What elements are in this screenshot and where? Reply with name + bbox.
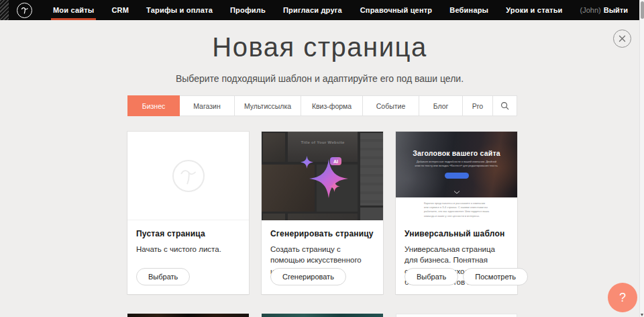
card-description: Начать с чистого листа.	[136, 244, 240, 255]
tab-label: Событие	[376, 102, 406, 110]
template-cards-row: Пустая страница Начать с чистого листа. …	[127, 132, 517, 294]
nav-label: CRM	[111, 6, 129, 14]
card-title: Универсальный шаблон	[405, 229, 508, 238]
nav-crm[interactable]: CRM	[103, 0, 138, 20]
main-nav: Мои сайты CRM Тарифы и оплата Профиль Пр…	[44, 0, 351, 20]
template-hero-subtitle: Добавьте интересные подробности о вашей …	[414, 160, 500, 169]
tab-label: Бизнес	[142, 102, 165, 110]
nav-label: Уроки и статьи	[506, 6, 562, 14]
nav-label: Профиль	[230, 6, 266, 14]
nav-label: Справочный центр	[360, 6, 433, 14]
card-title: Пустая страница	[136, 229, 240, 238]
help-button[interactable]: ?	[608, 283, 637, 312]
scrollbar-thumb[interactable]	[641, 1, 644, 19]
card-buttons: Выбрать	[136, 268, 190, 285]
next-row-previews	[127, 314, 517, 317]
nav-label: Вебинары	[449, 6, 488, 14]
card-buttons: Сгенерировать	[270, 268, 346, 285]
card-title: Сгенерировать страницу	[270, 229, 374, 238]
tab-blog[interactable]: Блог	[419, 96, 463, 116]
chevron-down-icon	[453, 191, 460, 194]
tab-label: Квиз-форма	[312, 102, 352, 110]
tilda-watermark-icon	[172, 160, 205, 192]
template-hero: Заголовок вашего сайта Добавьте интересн…	[396, 132, 517, 197]
template-preview-strip	[127, 314, 249, 317]
template-category-tabs: Бизнес Магазин Мультиссылка Квиз-форма С…	[127, 95, 517, 116]
choose-blank-button[interactable]: Выбрать	[136, 268, 190, 285]
blank-page-preview	[127, 132, 249, 220]
nav-label: Пригласи друга	[283, 6, 342, 14]
template-preview-strip	[262, 314, 383, 317]
nav-help-center[interactable]: Справочный центр	[352, 0, 441, 20]
choose-universal-button[interactable]: Выбрать	[405, 268, 458, 285]
nav-lessons[interactable]: Уроки и статьи	[497, 0, 571, 20]
small-sparkle-icon	[301, 156, 313, 169]
nav-my-sites[interactable]: Мои сайты	[44, 0, 103, 20]
topbar: Мои сайты CRM Тарифы и оплата Профиль Пр…	[0, 0, 639, 20]
tab-event[interactable]: Событие	[363, 96, 419, 116]
tab-label: Мультиссылка	[244, 102, 291, 110]
scrollbar[interactable]	[639, 0, 644, 317]
page-subtitle: Выберите подходящий шаблон и адаптируйте…	[0, 73, 639, 84]
tab-label: Pro	[472, 102, 483, 110]
tilda-logo[interactable]	[17, 3, 32, 18]
tab-label: Блог	[433, 102, 449, 110]
secondary-nav: Справочный центр Вебинары Уроки и статьи…	[352, 0, 637, 20]
nav-profile[interactable]: Профиль	[221, 0, 274, 20]
tab-business[interactable]: Бизнес	[127, 95, 180, 116]
template-body-section: Коротко представьтесь и расскажите о ком…	[396, 197, 517, 220]
page-title: Новая страница	[0, 32, 639, 62]
hero-cta-button	[445, 173, 469, 179]
nav-label: Тарифы и оплата	[146, 6, 213, 14]
logout-label: Выйти	[604, 6, 628, 14]
tilda-logo-icon	[19, 4, 31, 16]
ai-badge: AI	[330, 157, 341, 165]
template-hero-title: Заголовок вашего сайта	[396, 149, 517, 157]
nav-invite-friend[interactable]: Пригласи друга	[274, 0, 351, 20]
tab-multilink[interactable]: Мультиссылка	[235, 96, 301, 116]
scrollbar-down-arrow[interactable]	[641, 314, 643, 316]
ai-sparkle-icon	[308, 159, 350, 198]
logout-link[interactable]: (John) Выйти	[572, 6, 637, 14]
search-icon	[500, 101, 509, 110]
template-body-text: Коротко представьтесь и расскажите о ком…	[424, 201, 490, 218]
nav-label: Мои сайты	[53, 6, 94, 14]
tab-quiz-form[interactable]: Квиз-форма	[301, 96, 363, 116]
ai-preview-collage: Title of Your Website	[262, 132, 383, 220]
universal-template-preview: Заголовок вашего сайта Добавьте интересн…	[396, 132, 517, 220]
tab-label: Магазин	[193, 102, 221, 110]
user-name: (John)	[580, 6, 601, 14]
tab-pro[interactable]: Pro	[463, 96, 493, 116]
template-card-blank-page: Пустая страница Начать с чистого листа. …	[127, 132, 249, 294]
view-universal-button[interactable]: Посмотреть	[463, 268, 528, 285]
search-tab[interactable]	[493, 96, 517, 116]
template-card-universal: Заголовок вашего сайта Добавьте интересн…	[396, 132, 517, 294]
tab-shop[interactable]: Магазин	[180, 96, 235, 116]
nav-tariffs[interactable]: Тарифы и оплата	[138, 0, 221, 20]
card-buttons: Выбрать Посмотреть	[405, 268, 528, 285]
small-sparkle-icon	[329, 181, 340, 192]
background-texture	[0, 0, 9, 20]
template-card-ai-generate: Title of Your Website	[262, 132, 383, 294]
template-preview-strip	[396, 314, 517, 317]
generate-button[interactable]: Сгенерировать	[270, 268, 346, 285]
card-info: Пустая страница Начать с чистого листа.	[127, 220, 249, 255]
nav-webinars[interactable]: Вебинары	[441, 0, 497, 20]
